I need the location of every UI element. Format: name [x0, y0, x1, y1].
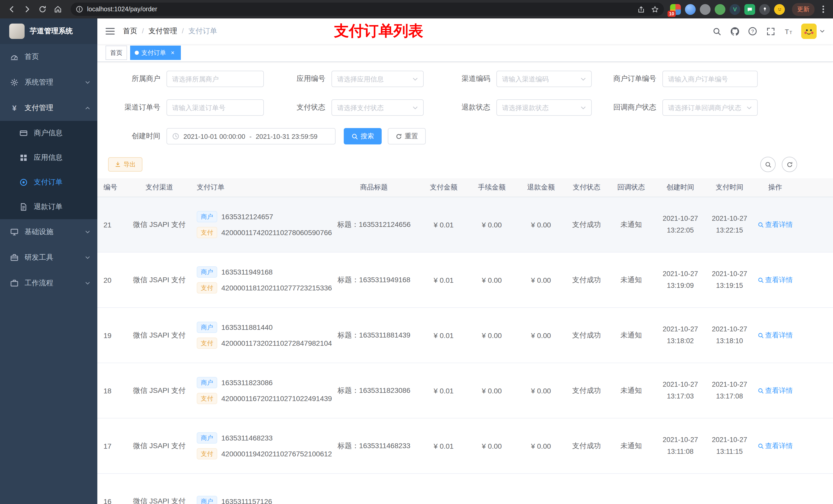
merchant-order-no-filter-input[interactable] — [662, 71, 758, 87]
briefcase-icon — [10, 279, 19, 287]
profile-avatar-icon[interactable] — [774, 4, 785, 15]
extension-blue-icon[interactable] — [685, 4, 696, 15]
extension-vue-devtools-icon[interactable]: V — [730, 4, 740, 15]
filter-row-1: 所属商户 应用编号 渠道编码 商户订单编号 — [97, 71, 833, 87]
table-toolbar: 导出 — [108, 157, 797, 172]
breadcrumb-home[interactable]: 首页 — [123, 27, 144, 36]
tab-pay-order[interactable]: 支付订单 — [130, 46, 181, 60]
cell-channel: 微信 JSAPI 支付 — [126, 418, 193, 473]
browser-reload-button[interactable] — [36, 3, 49, 16]
date-range-start[interactable]: 2021-10-01 00:00:00 — [184, 133, 245, 140]
grid-icon — [20, 154, 28, 162]
view-detail-link[interactable]: 查看详情 — [757, 275, 793, 285]
cell-order: 商户1635311881440 支付4200001173202110272847… — [193, 308, 328, 363]
sidebar-item-label: 研发工具 — [25, 253, 79, 262]
site-info-icon[interactable] — [76, 6, 83, 13]
sidebar-item-payment[interactable]: ¥ 支付管理 — [0, 95, 97, 121]
cell-title: 标题：1635312124656 — [328, 197, 420, 252]
browser-extensions: 10 V — [670, 4, 785, 15]
cell-id: 18 — [97, 363, 126, 418]
browser-menu-icon[interactable] — [819, 5, 828, 13]
channel-order-no-filter-input[interactable] — [166, 99, 264, 116]
merchant-filter-label: 所属商户 — [97, 74, 166, 83]
col-notify: 回调状态 — [608, 178, 655, 197]
chevron-down-icon — [412, 76, 418, 82]
search-icon — [352, 133, 358, 140]
refresh-table-button[interactable] — [782, 157, 797, 172]
share-icon[interactable] — [637, 5, 645, 13]
clock-icon — [172, 133, 179, 140]
cell-pay-time: 2021-10-27 13:19:15 — [706, 253, 753, 307]
search-icon[interactable] — [712, 26, 722, 37]
refund-status-filter-select[interactable] — [496, 99, 592, 116]
pay-status-filter-select[interactable] — [331, 99, 424, 116]
table-row: 19 微信 JSAPI 支付 商户1635311881440 支付4200001… — [97, 308, 833, 363]
sidebar-item-refund-order[interactable]: 退款订单 — [0, 195, 97, 219]
merchant-filter-input[interactable] — [166, 71, 264, 87]
date-range-end[interactable]: 2021-10-31 23:59:59 — [256, 133, 317, 140]
sidebar-toggle-icon[interactable] — [105, 27, 115, 35]
cell-notify: 未通知 — [608, 197, 655, 252]
sidebar-item-label: 支付订单 — [34, 178, 90, 187]
cell-create-time: 2021-10-27 13:17:03 — [655, 363, 706, 418]
cell-status: 支付成功 — [566, 197, 608, 252]
browser-forward-button[interactable] — [21, 3, 34, 16]
sidebar-item-workflow[interactable]: 工作流程 — [0, 270, 97, 296]
app-no-filter-select[interactable] — [331, 71, 424, 87]
cell-action: 查看详情 — [753, 197, 797, 252]
search-icon — [757, 443, 764, 449]
address-bar[interactable]: localhost:1024/pay/order — [71, 3, 664, 16]
sidebar-submenu-payment: 商户信息 应用信息 支付订单 — [0, 121, 97, 219]
search-button[interactable]: 搜索 — [344, 128, 382, 144]
breadcrumb-section[interactable]: 支付管理 — [148, 27, 184, 36]
sidebar-item-app-info[interactable]: 应用信息 — [0, 145, 97, 170]
extension-gray-icon[interactable] — [700, 4, 711, 15]
browser-home-button[interactable] — [51, 3, 65, 16]
extension-chat-icon[interactable] — [744, 4, 755, 15]
callback-status-filter-select[interactable] — [662, 99, 758, 116]
sidebar-item-infrastructure[interactable]: 基础设施 — [0, 219, 97, 245]
bookmark-star-icon[interactable] — [651, 5, 659, 13]
extension-colorful-icon[interactable]: 10 — [670, 4, 681, 15]
breadcrumb: 首页 支付管理 支付订单 — [123, 27, 222, 36]
sidebar-item-dev-tools[interactable]: 研发工具 — [0, 245, 97, 270]
extension-pin-icon[interactable] — [759, 4, 770, 15]
export-button[interactable]: 导出 — [108, 157, 142, 172]
reset-button[interactable]: 重置 — [388, 128, 426, 144]
sidebar-item-pay-order[interactable]: 支付订单 — [0, 170, 97, 195]
sidebar-item-system[interactable]: 系统管理 — [0, 70, 97, 95]
sidebar-item-merchant-info[interactable]: 商户信息 — [0, 121, 97, 145]
create-time-filter-label: 创建时间 — [97, 131, 166, 141]
cell-id: 20 — [97, 253, 126, 307]
view-detail-link[interactable]: 查看详情 — [757, 386, 793, 395]
callback-status-filter-label: 回调商户状态 — [592, 103, 662, 112]
channel-code-filter-label: 渠道编码 — [424, 74, 496, 83]
tab-home[interactable]: 首页 — [105, 46, 127, 60]
view-detail-link[interactable]: 查看详情 — [757, 331, 793, 340]
search-icon — [757, 387, 764, 393]
date-range-separator: - — [249, 133, 252, 140]
sidebar-item-home[interactable]: 首页 — [0, 44, 97, 70]
browser-back-button[interactable] — [5, 3, 19, 16]
sidebar-item-label: 商户信息 — [34, 128, 90, 138]
cell-fee: ¥ 0.00 — [467, 363, 516, 418]
help-icon[interactable]: ? — [747, 26, 758, 37]
page-title-annotation: 支付订单列表 — [334, 21, 423, 42]
pay-order-no: 4200001181202110277723215336 — [221, 284, 332, 292]
browser-update-button[interactable]: 更新 — [792, 3, 814, 16]
view-detail-link[interactable]: 查看详情 — [757, 220, 793, 229]
github-icon[interactable] — [730, 26, 740, 37]
close-icon[interactable] — [169, 49, 176, 56]
channel-code-filter-select[interactable] — [496, 71, 592, 87]
cell-refund: ¥ 0.00 — [516, 197, 566, 252]
cell-fee: ¥ 0.00 — [467, 197, 516, 252]
toggle-search-button[interactable] — [760, 157, 776, 172]
font-size-icon[interactable]: TT — [783, 26, 793, 37]
extension-green-icon[interactable] — [715, 4, 725, 15]
channel-order-no-filter-label: 渠道订单号 — [97, 103, 166, 112]
create-time-range-picker[interactable]: 2021-10-01 00:00:00 - 2021-10-31 23:59:5… — [166, 128, 336, 144]
fullscreen-icon[interactable] — [765, 26, 776, 37]
user-menu[interactable] — [801, 24, 825, 39]
view-detail-link[interactable]: 查看详情 — [757, 441, 793, 451]
url-text[interactable]: localhost:1024/pay/order — [87, 6, 637, 13]
